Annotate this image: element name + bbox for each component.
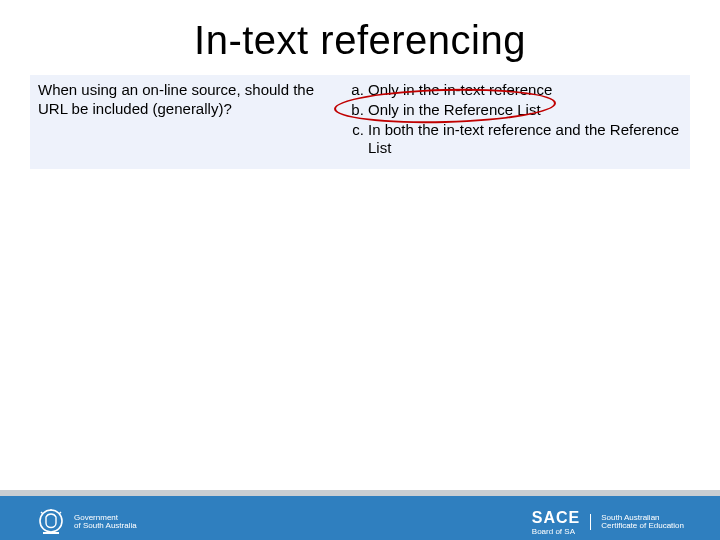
gov-sa-logo: Government of South Australia [36, 507, 137, 537]
option-a: Only in the in-text reference [368, 81, 682, 100]
sace-logo: SACE Board of SA South Australian Certif… [532, 509, 684, 536]
slide-title: In-text referencing [0, 18, 720, 63]
options-column: Only in the in-text reference Only in th… [346, 81, 682, 159]
svg-point-0 [40, 510, 62, 532]
option-c: In both the in-text reference and the Re… [368, 121, 682, 159]
option-b: Only in the Reference List [368, 101, 682, 120]
footer: Government of South Australia SACE Board… [0, 490, 720, 540]
gov-sa-text: Government of South Australia [74, 514, 137, 531]
crest-icon [36, 507, 66, 537]
gov-line2: of South Australia [74, 522, 137, 530]
sace-subtitle: South Australian Certificate of Educatio… [590, 514, 684, 531]
sace-line3: Certificate of Education [601, 522, 684, 530]
options-list: Only in the in-text reference Only in th… [346, 81, 682, 158]
sace-wordmark: SACE [532, 509, 580, 527]
question-text: When using an on-line source, should the… [38, 81, 346, 159]
sace-board: Board of SA [532, 527, 580, 536]
question-panel: When using an on-line source, should the… [30, 75, 690, 169]
svg-rect-1 [43, 532, 59, 534]
slide: In-text referencing When using an on-lin… [0, 18, 720, 540]
sace-word-block: SACE Board of SA [532, 509, 580, 536]
footer-blue-band: Government of South Australia SACE Board… [0, 496, 720, 540]
